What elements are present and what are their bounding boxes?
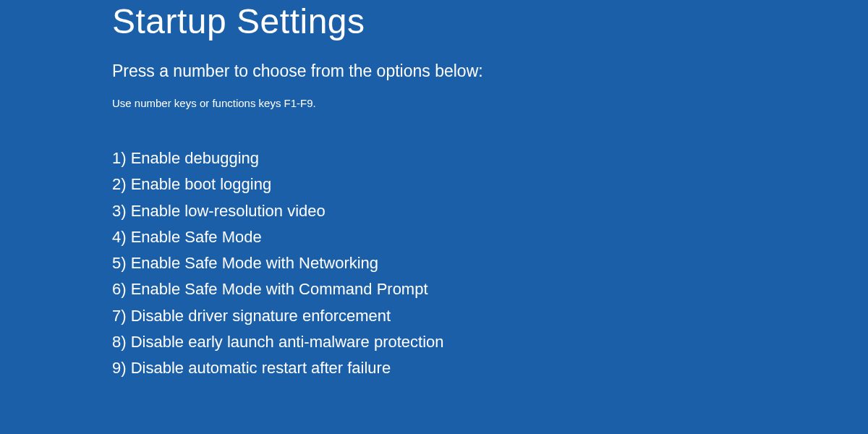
option-disable-automatic-restart[interactable]: 9) Disable automatic restart after failu… <box>112 355 868 381</box>
page-title: Startup Settings <box>112 1 868 41</box>
option-disable-driver-signature-enforcement[interactable]: 7) Disable driver signature enforcement <box>112 303 868 329</box>
instruction-text: Press a number to choose from the option… <box>112 61 868 81</box>
option-disable-early-launch-anti-malware[interactable]: 8) Disable early launch anti-malware pro… <box>112 329 868 355</box>
option-enable-boot-logging[interactable]: 2) Enable boot logging <box>112 171 868 197</box>
hint-text: Use number keys or functions keys F1-F9. <box>112 97 868 109</box>
option-enable-debugging[interactable]: 1) Enable debugging <box>112 145 868 171</box>
startup-options-list: 1) Enable debugging 2) Enable boot loggi… <box>112 145 868 382</box>
option-enable-safe-mode[interactable]: 4) Enable Safe Mode <box>112 224 868 250</box>
option-enable-safe-mode-networking[interactable]: 5) Enable Safe Mode with Networking <box>112 250 868 276</box>
option-enable-low-resolution-video[interactable]: 3) Enable low-resolution video <box>112 198 868 224</box>
option-enable-safe-mode-command-prompt[interactable]: 6) Enable Safe Mode with Command Prompt <box>112 276 868 302</box>
